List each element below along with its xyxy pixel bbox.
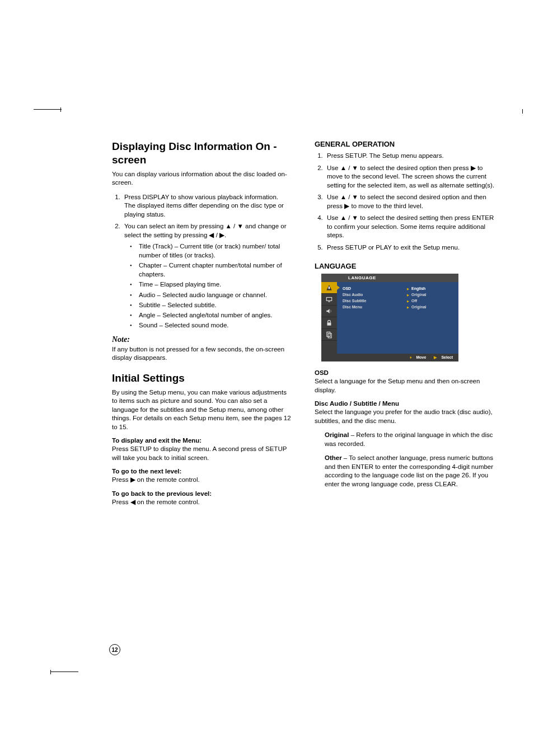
tab-lock-icon (321, 317, 337, 329)
sub-prev-level-label: To go back to the previous level: (112, 490, 292, 497)
osd-val-off: Off (407, 298, 454, 304)
osd-tab-strip (321, 282, 337, 354)
manual-page: Displaying Disc Information On - screen … (0, 0, 534, 756)
svg-rect-1 (326, 298, 331, 301)
gop-step-5: Press SETUP or PLAY to exit the Setup me… (325, 243, 495, 252)
bullet-audio: Audio – Selected audio language or chann… (137, 290, 292, 299)
bullet-sound: Sound – Selected sound mode. (137, 321, 292, 330)
gop-step-4: Use ▲ / ▼ to select the desired setting … (325, 214, 495, 240)
step-2: You can select an item by pressing ▲ / ▼… (122, 222, 292, 330)
note-text: If any button is not pressed for a few s… (112, 345, 292, 363)
bullet-time: Time – Elapsed playing time. (137, 280, 292, 289)
osd-right-list: English Original Off Original (407, 285, 454, 341)
original-block: Original – Refers to the original langua… (325, 431, 495, 448)
bullet-title: Title (Track) – Current title (or track)… (137, 242, 292, 260)
svg-rect-0 (329, 287, 330, 289)
bullet-subtitle: Subtitle – Selected subtitle. (137, 300, 292, 309)
footer-move: Move (416, 355, 427, 359)
other-label: Other (325, 454, 342, 461)
osd-item-disc-subtitle: Disc Subtitle (343, 298, 404, 304)
disc-audio-subtitle-menu-label: Disc Audio / Subtitle / Menu (315, 400, 495, 407)
tab-others-icon (321, 329, 337, 341)
tab-language-icon (321, 282, 337, 294)
osd-val-english: English (407, 285, 454, 292)
osd-item-disc-audio: Disc Audio (343, 292, 404, 298)
sub-next-level-label: To go to the next level: (112, 468, 292, 475)
right-column: GENERAL OPERATION Press SETUP. The Setup… (315, 140, 495, 512)
osd-val-original2: Original (407, 304, 454, 310)
other-block: Other – To select another language, pres… (325, 454, 495, 489)
osd-footer: ♦Move ▶Select (321, 354, 458, 361)
page-number: 12 (109, 644, 120, 655)
sub-prev-level-text: Press ◀ on the remote control. (112, 498, 292, 507)
osd-text: Select a language for the Setup menu and… (315, 377, 495, 395)
general-operation-steps: Press SETUP. The Setup menu appears. Use… (315, 152, 495, 252)
gop-step-3: Use ▲ / ▼ to select the second desired o… (325, 193, 495, 210)
svg-rect-5 (328, 334, 331, 338)
gop-step-1: Press SETUP. The Setup menu appears. (325, 152, 495, 161)
original-label: Original (325, 431, 349, 438)
bullet-chapter: Chapter – Current chapter number/total n… (137, 261, 292, 279)
step-1: Press DISPLAY to show various playback i… (122, 193, 292, 219)
crop-mark (34, 109, 62, 110)
heading-language: LANGUAGE (315, 262, 495, 270)
svg-rect-4 (327, 332, 330, 336)
sub-next-level-text: Press ▶ on the remote control. (112, 476, 292, 485)
language-setup-screenshot: LANGUAGE (321, 274, 458, 361)
sub-display-exit-text: Press SETUP to display the menu. A secon… (112, 445, 292, 462)
osd-titlebar: LANGUAGE (321, 274, 458, 282)
step-2-text: You can select an item by pressing ▲ / ▼… (124, 223, 287, 238)
original-text: – Refers to the original language in whi… (325, 431, 493, 447)
other-text: – To select another language, press nume… (325, 454, 493, 487)
svg-rect-2 (328, 302, 330, 302)
tab-display-icon (321, 294, 337, 306)
osd-label: OSD (315, 369, 495, 376)
disc-info-bullets: Title (Track) – Current title (or track)… (124, 242, 292, 330)
footer-select: Select (441, 355, 453, 359)
tab-audio-icon (321, 306, 337, 317)
crop-mark (50, 672, 78, 672)
left-column: Displaying Disc Information On - screen … (112, 140, 292, 512)
osd-left-list: OSD Disc Audio Disc Subtitle Disc Menu (343, 285, 404, 341)
heading-displaying-disc-info: Displaying Disc Information On - screen (112, 140, 292, 167)
gop-step-2: Use ▲ / ▼ to select the desired option t… (325, 164, 495, 190)
disc-audio-subtitle-menu-text: Select the language you prefer for the a… (315, 408, 495, 425)
heading-general-operation: GENERAL OPERATION (315, 140, 495, 148)
heading-initial-settings: Initial Settings (112, 372, 292, 385)
osd-item-osd: OSD (343, 285, 404, 292)
bullet-angle: Angle – Selected angle/total number of a… (137, 311, 292, 320)
note-label: Note: (112, 335, 292, 344)
intro-disc-info: You can display various information abou… (112, 170, 292, 187)
sub-display-exit-label: To display and exit the Menu: (112, 437, 292, 444)
initial-settings-intro: By using the Setup menu, you can make va… (112, 388, 292, 432)
osd-item-disc-menu: Disc Menu (343, 304, 404, 310)
osd-val-original1: Original (407, 292, 454, 298)
svg-rect-3 (327, 323, 331, 326)
crop-mark (522, 109, 523, 114)
disc-info-steps: Press DISPLAY to show various playback i… (112, 193, 292, 330)
